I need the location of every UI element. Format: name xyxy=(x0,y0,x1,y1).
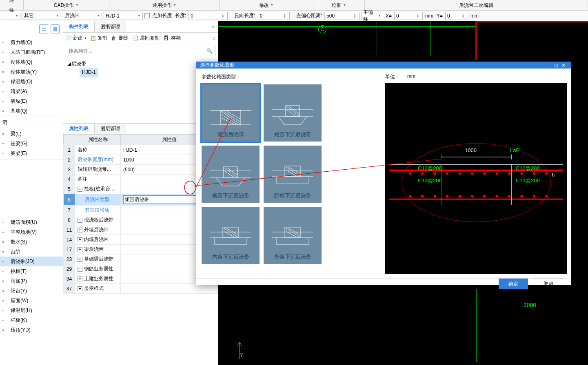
prop-value-edit[interactable]: 矩形后浇带 xyxy=(123,195,205,204)
cmd-copy[interactable]: 📋复制 xyxy=(90,35,107,42)
left-input[interactable]: 500▲▼ xyxy=(324,12,359,20)
sidebar-item[interactable]: ▫后浇带(JD) xyxy=(0,257,63,266)
sidebar-item[interactable]: ▫挑檐(T) xyxy=(0,266,63,276)
sidebar-item[interactable]: ▫雨篷(P) xyxy=(0,276,63,286)
len-input[interactable]: 0▲▼ xyxy=(189,12,228,20)
expand-icon[interactable]: + xyxy=(78,257,82,262)
panel-collapse-icon[interactable]: « xyxy=(209,21,218,32)
property-table: 属性名称 属性值 1名称HJD-12后浇带宽度(mm)10003轴线距后浇带..… xyxy=(63,134,218,294)
sidebar-item[interactable]: ▫散水(S) xyxy=(0,237,63,247)
expand-icon[interactable]: + xyxy=(78,286,82,291)
sidebar-item[interactable]: ▫砌体加筋(Y) xyxy=(0,67,63,77)
sidebar-item[interactable]: ▫圈梁(E) xyxy=(0,148,63,158)
sidebar-item[interactable]: ▫保温层(H) xyxy=(0,305,63,315)
property-row[interactable]: 8+现浇板后浇带 xyxy=(64,215,218,225)
cmd-floorcopy[interactable]: 📑层间复制 xyxy=(133,35,160,42)
sidebar-item[interactable]: ▫屋面(W) xyxy=(0,296,63,305)
tree-root[interactable]: ◢后浇带 xyxy=(67,60,214,68)
cmd-new[interactable]: 📄新建▾ xyxy=(66,35,86,42)
expand-icon[interactable]: + xyxy=(78,277,82,281)
property-row[interactable]: 29+钢筋业务属性 xyxy=(64,264,218,274)
menu-draw[interactable]: 绘图▼ xyxy=(313,0,365,10)
searchbox[interactable]: 🔍 xyxy=(66,46,215,56)
property-row[interactable]: 23+基础梁后浇带 xyxy=(64,254,218,264)
sidebar-item[interactable]: ▫梁(L) xyxy=(0,129,63,139)
chk-point-length[interactable] xyxy=(144,13,150,18)
property-row[interactable]: 4备注 xyxy=(64,175,218,184)
section-thumb[interactable]: 槽形下沉后浇带 xyxy=(202,146,260,203)
toolbar-dd2[interactable]: 其它▼ xyxy=(22,12,61,20)
list-view-icon[interactable]: ☰ xyxy=(39,24,48,33)
sidebar-item[interactable]: ▫栏板(K) xyxy=(0,315,63,325)
tree-child-hjd1[interactable]: HJD-1 xyxy=(80,68,98,77)
section-thumb[interactable]: 内角下沉后浇带 xyxy=(202,207,260,264)
cmdbar-more-icon[interactable]: » xyxy=(213,35,215,41)
property-row[interactable]: 3轴线距后浇带...(500) xyxy=(64,165,218,175)
menu-select[interactable]: 选择 xyxy=(0,0,24,10)
sidebar-item[interactable]: ▫压顶(YD) xyxy=(0,325,63,335)
sidebar-item[interactable]: ▫阳台(Y) xyxy=(0,286,63,296)
section-thumb[interactable]: 阶梯下沉后浇带 xyxy=(264,146,322,203)
property-row[interactable]: 17+梁后浇带 xyxy=(64,245,218,254)
property-row[interactable]: 5-筏板(桩承台... xyxy=(64,184,218,194)
expand-icon[interactable]: + xyxy=(78,228,82,232)
x-input[interactable]: 0▲▼ xyxy=(394,12,423,20)
property-row[interactable]: 34+土建业务属性 xyxy=(64,274,218,284)
y-input[interactable]: 0▲▼ xyxy=(445,12,468,20)
sidebar-item[interactable]: ▫保温墙(Q) xyxy=(0,77,63,86)
sidebar-item[interactable]: ▫平整场地(V) xyxy=(0,227,63,237)
thumb-caption: 矩形下沉后浇带 xyxy=(274,131,311,138)
sidebar-item[interactable]: ▫墙垛(E) xyxy=(0,96,63,106)
section-thumb[interactable]: 矩形下沉后浇带 xyxy=(264,84,322,142)
component-icon: ▫ xyxy=(2,141,8,146)
maximize-icon[interactable]: □ xyxy=(552,62,560,68)
rev-input[interactable]: 0▲▼ xyxy=(258,12,290,20)
expand-icon[interactable]: + xyxy=(78,267,82,272)
tab-property-list[interactable]: 属性列表 xyxy=(63,124,95,134)
sidebar-item[interactable]: ▫暗梁(A) xyxy=(0,86,63,96)
dialog-titlebar[interactable]: 选择参数化图形 □ ✕ xyxy=(196,62,571,69)
expand-icon[interactable]: + xyxy=(78,247,82,252)
toolbar-dd3[interactable]: 后浇带▼ xyxy=(63,12,102,20)
search-icon[interactable]: 🔍 xyxy=(206,48,213,54)
tab-layer-mgmt[interactable]: 图层管理 xyxy=(95,124,126,134)
expand-icon[interactable]: - xyxy=(78,187,82,192)
menu-modify[interactable]: 修改▼ xyxy=(220,0,313,10)
sidebar-item[interactable]: ▫台阶 xyxy=(0,247,63,257)
property-row[interactable]: 14+内墙后浇带 xyxy=(64,235,218,245)
property-row[interactable]: 11+外墙后浇带 xyxy=(64,225,218,235)
expand-icon[interactable]: + xyxy=(78,237,82,242)
sidebar-item[interactable]: ▫人防门框墙(RF) xyxy=(0,47,63,57)
cmd-delete[interactable]: 🗑删除 xyxy=(111,35,129,42)
ok-button[interactable]: 确定 xyxy=(499,279,528,289)
close-icon[interactable]: ✕ xyxy=(560,62,567,68)
menu-cad[interactable]: CAD操作▼ xyxy=(24,0,109,10)
offset-dd[interactable]: 不偏移▼ xyxy=(361,12,383,20)
menu-general[interactable]: 通用操作▼ xyxy=(109,0,220,10)
sidebar-item[interactable]: ▫幕墙(Q) xyxy=(0,106,63,116)
toolbar-dd1[interactable]: ▼ xyxy=(1,12,20,20)
property-row[interactable]: 7其它加强筋 xyxy=(64,206,218,215)
sidebar-item[interactable]: ▫建筑面积(U) xyxy=(0,217,63,227)
search-input[interactable] xyxy=(69,48,206,54)
menu-secondary[interactable]: 后浇带二次编辑 xyxy=(365,0,588,10)
cancel-button[interactable]: 取消 xyxy=(534,279,563,289)
section-thumb[interactable]: 矩形后浇带 xyxy=(202,84,260,142)
sidebar-item[interactable]: ▫连梁(G) xyxy=(0,139,63,148)
component-icon: ▫ xyxy=(2,40,8,45)
expand-icon[interactable]: + xyxy=(78,218,82,223)
sidebar-item[interactable]: ▫剪力墙(Q) xyxy=(0,38,63,47)
toolbar-dd4[interactable]: HJD-1▼ xyxy=(104,12,143,20)
property-row[interactable]: 37+显示样式 xyxy=(64,284,218,294)
property-row[interactable]: 1名称HJD-1 xyxy=(64,145,218,155)
tab-drawing-mgmt[interactable]: 图纸管理 xyxy=(95,21,126,32)
grid-view-icon[interactable]: ▦ xyxy=(51,24,60,33)
sidebar-item[interactable]: ▫砌体墙(Q) xyxy=(0,57,63,67)
section-thumb[interactable]: 外角下沉后浇带 xyxy=(264,207,322,264)
property-row[interactable]: 2后浇带宽度(mm)1000 xyxy=(64,155,218,165)
tab-component-list[interactable]: 构件列表 xyxy=(63,21,95,32)
component-icon: ▫ xyxy=(2,298,8,303)
cmd-archive[interactable]: 🗄存档 xyxy=(164,35,181,42)
component-icon: ▫ xyxy=(2,150,8,156)
property-row[interactable]: 6后浇带类型矩形后浇带⋯ xyxy=(64,194,218,206)
